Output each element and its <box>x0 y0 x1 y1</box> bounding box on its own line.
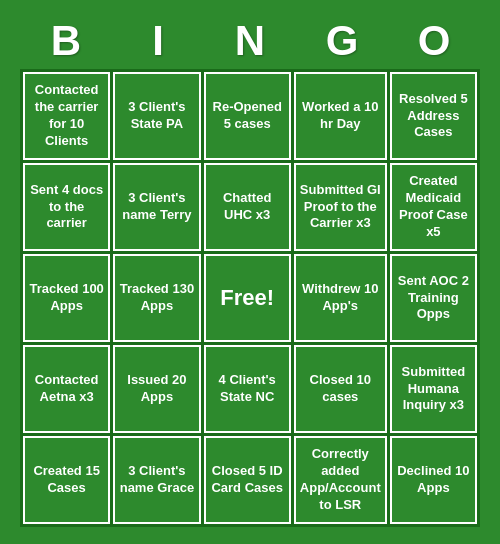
letter-n: N <box>207 17 293 65</box>
cell-text-r4c1: 3 Client's name Grace <box>119 463 194 497</box>
cell-text-r4c3: Correctly added App/Account to LSR <box>300 446 381 514</box>
cell-text-r1c4: Created Medicaid Proof Case x5 <box>396 173 471 241</box>
cell-text-r2c1: Tracked 130 Apps <box>119 281 194 315</box>
bingo-cell-r3c3[interactable]: Closed 10 cases <box>294 345 387 433</box>
bingo-cell-r3c0[interactable]: Contacted Aetna x3 <box>23 345 110 433</box>
letter-o: O <box>391 17 477 65</box>
cell-text-r0c4: Resolved 5 Address Cases <box>396 91 471 142</box>
cell-text-r4c4: Declined 10 Apps <box>396 463 471 497</box>
cell-text-r3c2: 4 Client's State NC <box>210 372 285 406</box>
bingo-cell-r3c4[interactable]: Submitted Humana Inquiry x3 <box>390 345 477 433</box>
cell-text-r3c3: Closed 10 cases <box>300 372 381 406</box>
bingo-grid: Contacted the carrier for 10 Clients3 Cl… <box>20 69 480 527</box>
cell-text-r3c4: Submitted Humana Inquiry x3 <box>396 364 471 415</box>
cell-text-r1c2: Chatted UHC x3 <box>210 190 285 224</box>
bingo-cell-r1c0[interactable]: Sent 4 docs to the carrier <box>23 163 110 251</box>
bingo-cell-r3c1[interactable]: Issued 20 Apps <box>113 345 200 433</box>
cell-text-r1c1: 3 Client's name Terry <box>119 190 194 224</box>
cell-text-r2c3: Withdrew 10 App's <box>300 281 381 315</box>
bingo-cell-r2c0[interactable]: Tracked 100 Apps <box>23 254 110 342</box>
bingo-cell-r2c2[interactable]: Free! <box>204 254 291 342</box>
bingo-cell-r0c1[interactable]: 3 Client's State PA <box>113 72 200 160</box>
bingo-cell-r1c3[interactable]: Submitted GI Proof to the Carrier x3 <box>294 163 387 251</box>
bingo-cell-r4c1[interactable]: 3 Client's name Grace <box>113 436 200 524</box>
cell-text-r2c4: Sent AOC 2 Training Opps <box>396 273 471 324</box>
bingo-cell-r2c4[interactable]: Sent AOC 2 Training Opps <box>390 254 477 342</box>
bingo-cell-r0c4[interactable]: Resolved 5 Address Cases <box>390 72 477 160</box>
bingo-cell-r3c2[interactable]: 4 Client's State NC <box>204 345 291 433</box>
cell-text-r3c0: Contacted Aetna x3 <box>29 372 104 406</box>
cell-text-r3c1: Issued 20 Apps <box>119 372 194 406</box>
cell-text-r2c2: Free! <box>220 284 274 313</box>
bingo-cell-r2c3[interactable]: Withdrew 10 App's <box>294 254 387 342</box>
bingo-header: B I N G O <box>20 17 480 65</box>
bingo-cell-r1c1[interactable]: 3 Client's name Terry <box>113 163 200 251</box>
bingo-cell-r4c0[interactable]: Created 15 Cases <box>23 436 110 524</box>
bingo-cell-r1c2[interactable]: Chatted UHC x3 <box>204 163 291 251</box>
bingo-cell-r0c2[interactable]: Re-Opened 5 cases <box>204 72 291 160</box>
letter-g: G <box>299 17 385 65</box>
bingo-cell-r4c2[interactable]: Closed 5 ID Card Cases <box>204 436 291 524</box>
bingo-cell-r0c3[interactable]: Worked a 10 hr Day <box>294 72 387 160</box>
bingo-cell-r2c1[interactable]: Tracked 130 Apps <box>113 254 200 342</box>
cell-text-r4c0: Created 15 Cases <box>29 463 104 497</box>
bingo-cell-r4c4[interactable]: Declined 10 Apps <box>390 436 477 524</box>
cell-text-r0c0: Contacted the carrier for 10 Clients <box>29 82 104 150</box>
cell-text-r2c0: Tracked 100 Apps <box>29 281 104 315</box>
cell-text-r0c3: Worked a 10 hr Day <box>300 99 381 133</box>
bingo-cell-r0c0[interactable]: Contacted the carrier for 10 Clients <box>23 72 110 160</box>
cell-text-r1c3: Submitted GI Proof to the Carrier x3 <box>300 182 381 233</box>
letter-b: B <box>23 17 109 65</box>
cell-text-r4c2: Closed 5 ID Card Cases <box>210 463 285 497</box>
cell-text-r0c2: Re-Opened 5 cases <box>210 99 285 133</box>
letter-i: I <box>115 17 201 65</box>
bingo-card: B I N G O Contacted the carrier for 10 C… <box>10 7 490 537</box>
cell-text-r0c1: 3 Client's State PA <box>119 99 194 133</box>
bingo-cell-r4c3[interactable]: Correctly added App/Account to LSR <box>294 436 387 524</box>
bingo-cell-r1c4[interactable]: Created Medicaid Proof Case x5 <box>390 163 477 251</box>
cell-text-r1c0: Sent 4 docs to the carrier <box>29 182 104 233</box>
